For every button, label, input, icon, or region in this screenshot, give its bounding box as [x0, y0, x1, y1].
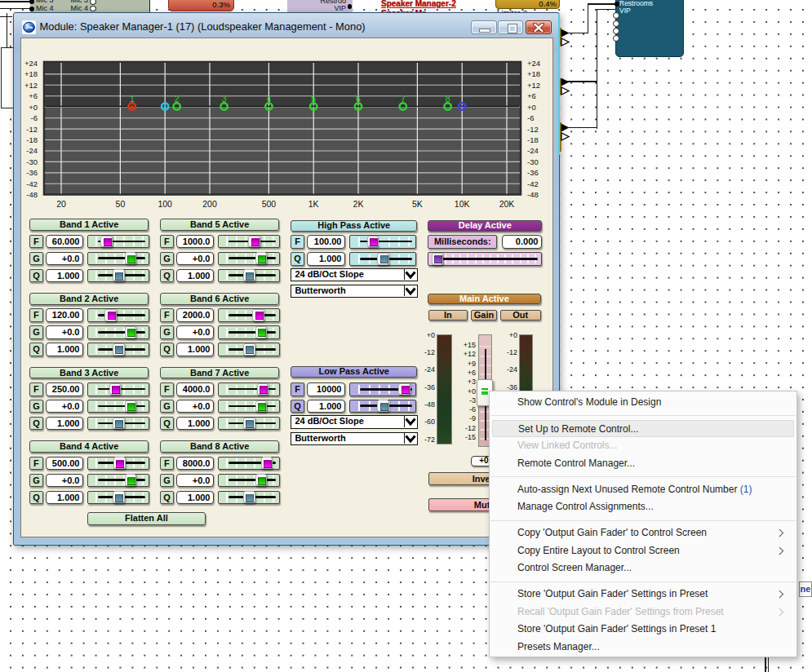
- svg-text:20: 20: [56, 199, 66, 209]
- svg-text:-18: -18: [26, 135, 38, 144]
- svg-text:1K: 1K: [308, 199, 319, 209]
- svg-text:7: 7: [401, 94, 406, 104]
- svg-text:-24: -24: [527, 146, 539, 155]
- svg-text:+6: +6: [29, 91, 38, 100]
- svg-text:-36: -36: [527, 168, 539, 177]
- svg-text:-42: -42: [527, 179, 539, 188]
- svg-text:-18: -18: [527, 135, 539, 144]
- svg-text:10K: 10K: [455, 199, 470, 209]
- svg-text:+12: +12: [24, 81, 38, 90]
- svg-text:+18: +18: [527, 69, 540, 78]
- svg-text:20K: 20K: [499, 199, 515, 209]
- svg-text:-30: -30: [527, 157, 539, 166]
- svg-text:-6: -6: [31, 113, 38, 122]
- svg-text:-30: -30: [26, 157, 38, 166]
- svg-text:50: 50: [116, 199, 126, 209]
- svg-text:2: 2: [175, 94, 180, 104]
- svg-text:-36: -36: [26, 168, 38, 177]
- svg-text:-42: -42: [26, 179, 38, 188]
- svg-text:5: 5: [311, 94, 316, 104]
- svg-text:-24: -24: [26, 146, 38, 155]
- svg-text:8: 8: [446, 94, 450, 104]
- svg-text:+6: +6: [527, 91, 536, 100]
- svg-text:+12: +12: [527, 81, 540, 90]
- svg-text:+18: +18: [24, 69, 38, 78]
- svg-text:+0: +0: [29, 103, 38, 112]
- svg-text:-48: -48: [527, 190, 539, 199]
- svg-text:+0: +0: [527, 103, 536, 112]
- svg-text:-6: -6: [527, 113, 534, 122]
- svg-text:-48: -48: [26, 190, 38, 199]
- svg-text:500: 500: [262, 199, 277, 209]
- svg-text:+24: +24: [24, 59, 38, 68]
- svg-text:-12: -12: [26, 125, 38, 134]
- svg-text:3: 3: [222, 94, 227, 104]
- svg-text:5K: 5K: [412, 199, 423, 209]
- svg-text:6: 6: [356, 94, 361, 104]
- svg-text:200: 200: [202, 199, 217, 209]
- svg-text:1: 1: [130, 94, 135, 104]
- svg-text:-12: -12: [527, 125, 539, 134]
- svg-text:100: 100: [158, 199, 172, 209]
- svg-text:4: 4: [266, 94, 271, 104]
- svg-text:+24: +24: [527, 59, 540, 68]
- svg-text:2K: 2K: [353, 199, 364, 209]
